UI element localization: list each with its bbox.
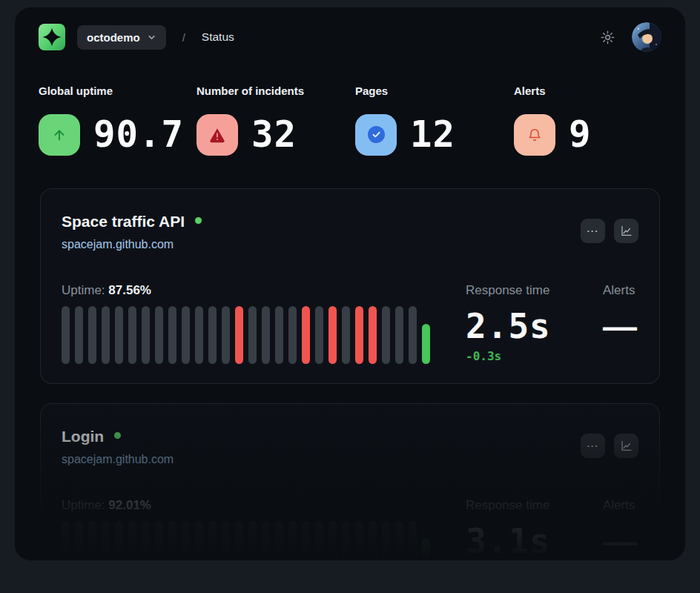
uptime-bar-gray [168,306,176,364]
stat-value: 12 [410,113,455,156]
alerts-value: — [603,308,637,345]
alerts-column: Alerts — [603,497,637,560]
uptime-bar-gray [208,306,217,364]
sparkle-star-icon [41,26,63,48]
uptime-bar-red [328,306,337,364]
uptime-bar-gray [395,306,403,364]
uptime-bar-gray [75,521,83,560]
uptime-bar-red [302,306,310,364]
uptime-bar-gray [382,521,390,560]
line-chart-icon [620,225,633,237]
uptime-bar-gray [315,521,323,560]
alerts-column: Alerts — [603,282,637,364]
brand-logo [39,24,65,50]
uptime-bar-gray [369,521,377,560]
stat-label: Global uptime [39,85,197,97]
gear-icon [600,30,615,45]
uptime-bar-gray [88,521,96,560]
uptime-bar-gray [195,521,203,560]
user-avatar[interactable] [632,22,661,52]
uptime-bar-gray [288,306,297,364]
uptime-bar-gray [195,306,203,364]
trend-up-icon [39,114,80,156]
uptime-bar-gray [182,306,190,364]
org-switcher-button[interactable]: octodemo [77,25,166,50]
line-chart-icon [620,440,633,452]
view-chart-button[interactable] [614,434,638,458]
uptime-bar-gray [222,306,230,364]
response-time-label: Response time [466,497,603,514]
more-options-button[interactable]: ··· [581,219,605,243]
uptime-bar-gray [142,306,150,364]
uptime-bar-gray [328,521,337,560]
response-time-column: Response time 3.1s [466,497,603,560]
uptime-bar-gray [102,521,110,560]
stat-incidents: Number of incidents 32 [197,85,355,156]
uptime-bar-gray [248,521,257,560]
stats-row: Global uptime 90.7 Number of incidents [15,85,685,156]
alerts-label: Alerts [603,282,637,299]
stat-alerts: Alerts 9 [514,85,661,156]
top-bar: octodemo / Status [15,7,685,52]
uptime-bar-chart [62,306,432,364]
response-time-column: Response time 2.5s -0.3s [466,282,603,364]
uptime-bar-gray [155,306,163,364]
uptime-bar-gray [288,521,297,560]
uptime-bar-gray [409,521,417,560]
uptime-bar-chart [62,521,432,560]
uptime-bar-gray [102,306,110,364]
uptime-bar-gray [115,521,123,560]
service-url-link[interactable]: spacejam.github.com [62,236,174,253]
uptime-bar-gray [128,306,136,364]
service-url-link[interactable]: spacejam.github.com [62,451,174,468]
uptime-bar-gray [155,521,163,560]
uptime-bar-gray [208,521,217,560]
uptime-bar-gray [222,521,230,560]
alerts-label: Alerts [603,497,637,514]
service-title: Space traffic API [62,211,185,232]
uptime-bar-gray [355,521,363,560]
service-title: Login [62,426,104,447]
uptime-bar-gray [182,521,190,560]
uptime-bar-gray [275,306,283,364]
uptime-label: Uptime: [62,283,105,297]
response-time-delta: -0.3s [466,349,603,363]
org-name: octodemo [87,31,140,44]
uptime-bar-gray [342,521,350,560]
more-options-button[interactable]: ··· [581,434,605,458]
response-time-label: Response time [466,282,603,299]
alerts-value: — [603,523,637,560]
bell-icon [514,114,555,156]
chevron-down-icon [147,33,156,42]
check-circle-icon [355,114,397,156]
uptime-bar-red [235,306,243,364]
uptime-bar-gray [128,521,136,560]
view-chart-button[interactable] [614,219,638,243]
stat-label: Number of incidents [197,85,355,97]
uptime-value: 87.56% [108,283,151,297]
breadcrumb-page-title: Status [202,30,234,44]
uptime-bar-green [422,324,430,364]
ellipsis-icon: ··· [587,441,599,451]
settings-button[interactable] [600,30,615,45]
warning-triangle-icon [197,114,238,156]
uptime-label: Uptime: [62,498,105,512]
service-card-space-traffic-api: Space traffic API spacejam.github.com ··… [40,188,660,384]
uptime-bar-gray [88,306,96,364]
stat-value: 32 [251,113,297,156]
uptime-bar-gray [62,306,70,364]
app-window: octodemo / Status [15,7,685,560]
breadcrumb-separator: / [182,31,185,44]
uptime-bar-gray [342,306,350,364]
stat-label: Pages [355,85,514,97]
uptime-bar-gray [262,306,270,364]
uptime-value: 92.01% [108,498,151,512]
uptime-bar-gray [168,521,176,560]
uptime-bar-green [422,539,430,560]
uptime-bar-red [369,306,377,364]
uptime-bar-gray [75,306,83,364]
uptime-bar-gray [302,521,310,560]
response-time-value: 3.1s [466,523,603,560]
uptime-bar-gray [62,521,70,560]
uptime-bar-gray [382,306,390,364]
